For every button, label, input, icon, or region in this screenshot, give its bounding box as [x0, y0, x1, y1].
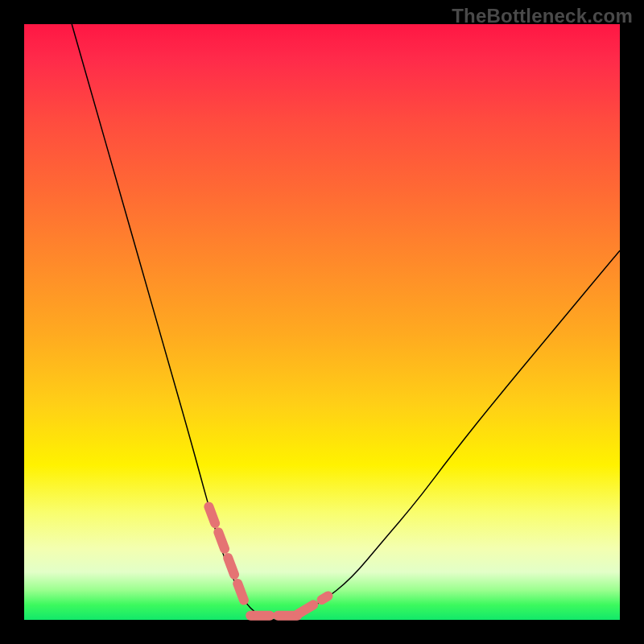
watermark-text: TheBottleneck.com — [452, 5, 633, 27]
highlight-left-descent — [208, 506, 244, 601]
plot-area — [24, 24, 620, 620]
curve-svg — [24, 24, 620, 620]
chart-frame: TheBottleneck.com — [0, 0, 644, 644]
highlight-right-ascent — [298, 596, 328, 613]
bottleneck-curve-line — [72, 24, 620, 620]
